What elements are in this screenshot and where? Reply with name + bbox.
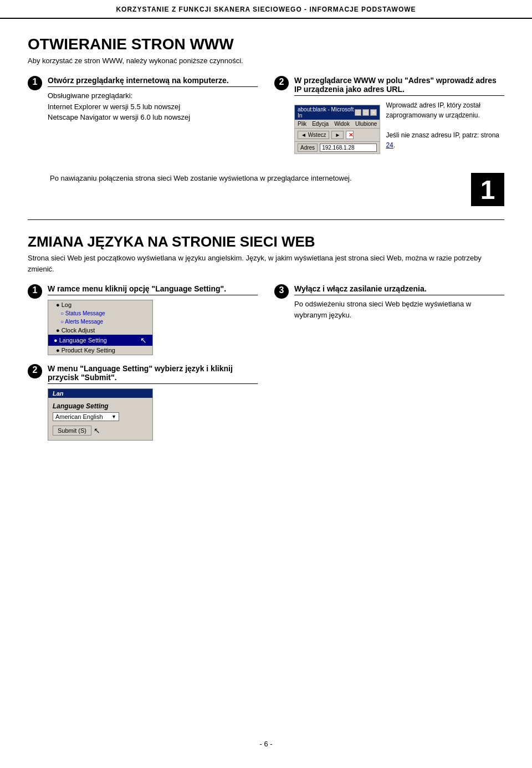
browser-address-bar: Adres 192.168.1.28 bbox=[295, 142, 380, 153]
menu-item-alerts[interactable]: ○ Alerts Message bbox=[48, 318, 152, 326]
language-screenshot: Lan Language Setting American English ▼ bbox=[48, 388, 153, 441]
section-divider bbox=[28, 219, 504, 220]
step2-block: 2 W przeglądarce WWW w polu "Adres" wpro… bbox=[274, 76, 504, 154]
submit-button[interactable]: Submit (S) bbox=[53, 426, 91, 436]
section2-step1-content: W ramce menu kliknij opcję "Language Set… bbox=[48, 284, 258, 355]
section2-step1-block: 1 W ramce menu kliknij opcję "Language S… bbox=[28, 284, 258, 355]
browser-toolbar: ◄ Wstecz ► ✕ bbox=[295, 129, 380, 142]
section1-title: OTWIERANIE STRON WWW bbox=[28, 35, 504, 53]
menu-item-language[interactable]: ● Language Setting ↖ bbox=[48, 335, 152, 346]
section2-step3-block: 3 Wyłącz i włącz zasilanie urządzenia. P… bbox=[274, 284, 504, 320]
section2-step3-note: Po odświeżeniu strona sieci Web będzie w… bbox=[294, 299, 504, 320]
maximize-btn[interactable]: □ bbox=[362, 109, 369, 116]
close-btn[interactable]: × bbox=[370, 109, 377, 116]
step2-content: W przeglądarce WWW w polu "Adres" wprowa… bbox=[294, 76, 504, 154]
page-content: OTWIERANIE STRON WWW Aby korzystać ze st… bbox=[0, 19, 532, 470]
step1-heading: Otwórz przeglądarkę internetową na kompu… bbox=[48, 76, 258, 87]
lang-submit-row: Submit (S) ↖ bbox=[53, 426, 148, 436]
section2-step2-number: 2 bbox=[28, 364, 42, 378]
section2-step3-number: 3 bbox=[274, 284, 289, 299]
step1-text: Obsługiwane przeglądarki: Internet Explo… bbox=[48, 90, 258, 123]
minimize-btn[interactable]: _ bbox=[355, 109, 361, 116]
cursor-icon: ↖ bbox=[94, 426, 100, 435]
page-number: - 6 - bbox=[259, 740, 272, 748]
address-label: Adres bbox=[298, 144, 318, 152]
menu-item-product[interactable]: ● Product Key Setting bbox=[48, 346, 152, 355]
lang-select-dropdown[interactable]: American English ▼ bbox=[53, 412, 119, 421]
menu-item-log: ● Log bbox=[48, 300, 152, 309]
step2-heading: W przeglądarce WWW w polu "Adres" wprowa… bbox=[294, 76, 504, 96]
connection-note-block: Po nawiązaniu połączenia strona sieci We… bbox=[28, 173, 504, 206]
browser-titlebar: about:blank - Microsoft In _ □ × bbox=[295, 105, 380, 120]
section1-subtitle: Aby korzystać ze stron WWW, należy wykon… bbox=[28, 57, 504, 65]
menu-screenshot: ● Log ○ Status Message ○ Alerts Message … bbox=[48, 300, 153, 355]
browser-title: about:blank - Microsoft In bbox=[298, 106, 355, 119]
section2-step3-content: Wyłącz i włącz zasilanie urządzenia. Po … bbox=[294, 284, 504, 320]
page-header: KORZYSTANIE Z FUNKCJI SKANERA SIECIOWEGO… bbox=[0, 0, 532, 19]
section2-step2-content: W menu "Language Setting" wybierz język … bbox=[48, 364, 258, 441]
step2-info: about:blank - Microsoft In _ □ × Plik bbox=[294, 100, 504, 154]
dropdown-arrow-icon: ▼ bbox=[111, 414, 116, 419]
section2-step2-block: 2 W menu "Language Setting" wybierz języ… bbox=[28, 364, 258, 441]
page-link[interactable]: 24 bbox=[386, 141, 393, 149]
step1-block: 1 Otwórz przeglądarkę internetową na kom… bbox=[28, 76, 258, 123]
page-footer: - 6 - bbox=[0, 731, 532, 757]
section1-two-col: 1 Otwórz przeglądarkę internetową na kom… bbox=[28, 76, 504, 162]
lang-screenshot-body: Language Setting American English ▼ Subm… bbox=[48, 398, 152, 440]
step2-note: Wprowadź adres IP, który został zaprogra… bbox=[386, 100, 504, 154]
step2-number: 2 bbox=[274, 76, 289, 90]
section2-columns: 1 W ramce menu kliknij opcję "Language S… bbox=[28, 284, 504, 448]
big-number-box: 1 bbox=[471, 173, 504, 206]
connection-note-text: Po nawiązaniu połączenia strona sieci We… bbox=[50, 173, 463, 184]
lang-setting-label: Language Setting bbox=[53, 402, 148, 410]
section2-step2-heading: W menu "Language Setting" wybierz język … bbox=[48, 364, 258, 384]
stop-button[interactable]: ✕ bbox=[346, 131, 354, 139]
header-title: KORZYSTANIE Z FUNKCJI SKANERA SIECIOWEGO… bbox=[116, 6, 416, 13]
section1-col-right: 2 W przeglądarce WWW w polu "Adres" wpro… bbox=[274, 76, 504, 162]
section2-subtitle: Strona sieci Web jest początkowo wyświet… bbox=[28, 253, 504, 274]
section2-step3-heading: Wyłącz i włącz zasilanie urządzenia. bbox=[294, 284, 504, 295]
step1-number: 1 bbox=[28, 76, 42, 90]
back-button[interactable]: ◄ Wstecz bbox=[298, 131, 329, 139]
address-input[interactable]: 192.168.1.28 bbox=[320, 144, 377, 152]
section2-step1-number: 1 bbox=[28, 284, 42, 299]
menu-item-status[interactable]: ○ Status Message bbox=[48, 309, 152, 318]
step2-note2: Jeśli nie znasz adresu IP, patrz: strona… bbox=[386, 131, 499, 149]
section2-col-left: 1 W ramce menu kliknij opcję "Language S… bbox=[28, 284, 258, 448]
section2: ZMIANA JĘZYKA NA STRONIE SIECI WEB Stron… bbox=[28, 233, 504, 448]
lang-screenshot-header: Lan bbox=[48, 389, 152, 398]
step1-content: Otwórz przeglądarkę internetową na kompu… bbox=[48, 76, 258, 123]
section2-step1-heading: W ramce menu kliknij opcję "Language Set… bbox=[48, 284, 258, 295]
section1: OTWIERANIE STRON WWW Aby korzystać ze st… bbox=[28, 35, 504, 206]
menu-item-clock[interactable]: ● Clock Adjust bbox=[48, 326, 152, 335]
section2-title: ZMIANA JĘZYKA NA STRONIE SIECI WEB bbox=[28, 233, 504, 250]
forward-button[interactable]: ► bbox=[331, 131, 344, 139]
section2-col-right: 3 Wyłącz i włącz zasilanie urządzenia. P… bbox=[274, 284, 504, 448]
browser-titlebar-btns: _ □ × bbox=[355, 109, 377, 116]
browser-screenshot: about:blank - Microsoft In _ □ × Plik bbox=[294, 105, 380, 154]
browser-menubar: Plik Edycja Widok Ulubione bbox=[295, 120, 380, 129]
section1-col-left: 1 Otwórz przeglądarkę internetową na kom… bbox=[28, 76, 258, 162]
